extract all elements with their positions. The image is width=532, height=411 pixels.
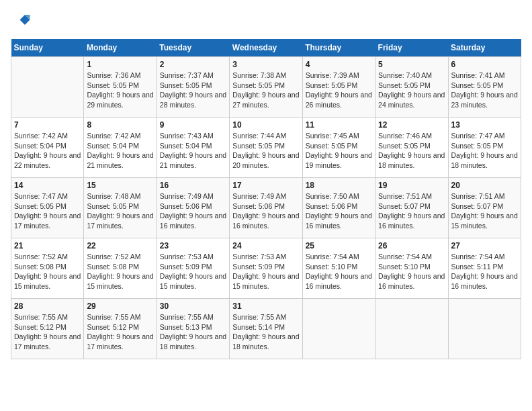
day-number: 25 [306, 241, 372, 250]
day-info: Sunrise: 7:42 AMSunset: 5:04 PMDaylight:… [87, 131, 153, 171]
week-row-4: 21Sunrise: 7:52 AMSunset: 5:08 PMDayligh… [11, 238, 521, 299]
calendar-cell [448, 299, 521, 359]
calendar-cell: 6Sunrise: 7:41 AMSunset: 5:05 PMDaylight… [448, 57, 521, 118]
day-number: 1 [87, 60, 153, 69]
day-number: 15 [87, 181, 153, 190]
header-day-monday: Monday [84, 39, 157, 57]
calendar-cell: 31Sunrise: 7:55 AMSunset: 5:14 PMDayligh… [230, 299, 302, 359]
day-number: 30 [160, 302, 226, 311]
day-info: Sunrise: 7:42 AMSunset: 5:04 PMDaylight:… [14, 131, 81, 171]
day-info: Sunrise: 7:47 AMSunset: 5:05 PMDaylight:… [14, 191, 81, 231]
day-number: 5 [378, 60, 445, 69]
header-day-sunday: Sunday [11, 39, 84, 57]
day-number: 20 [451, 181, 518, 190]
calendar-cell: 22Sunrise: 7:52 AMSunset: 5:08 PMDayligh… [84, 238, 157, 299]
logo [11, 11, 34, 31]
page-header [11, 11, 521, 31]
day-number: 29 [87, 302, 153, 311]
day-info: Sunrise: 7:55 AMSunset: 5:12 PMDaylight:… [14, 312, 81, 352]
calendar-cell: 5Sunrise: 7:40 AMSunset: 5:05 PMDaylight… [375, 57, 448, 118]
day-number: 31 [232, 302, 299, 311]
day-number: 18 [306, 181, 372, 190]
day-info: Sunrise: 7:51 AMSunset: 5:07 PMDaylight:… [451, 191, 518, 231]
day-info: Sunrise: 7:41 AMSunset: 5:05 PMDaylight:… [451, 71, 518, 110]
day-info: Sunrise: 7:52 AMSunset: 5:08 PMDaylight:… [14, 252, 81, 291]
calendar-cell: 18Sunrise: 7:50 AMSunset: 5:06 PMDayligh… [302, 178, 375, 238]
day-info: Sunrise: 7:43 AMSunset: 5:04 PMDaylight:… [160, 131, 226, 171]
week-row-2: 7Sunrise: 7:42 AMSunset: 5:04 PMDaylight… [11, 118, 521, 178]
day-info: Sunrise: 7:38 AMSunset: 5:05 PMDaylight:… [232, 71, 299, 110]
day-number: 22 [87, 241, 153, 250]
day-info: Sunrise: 7:50 AMSunset: 5:06 PMDaylight:… [306, 191, 372, 231]
calendar-cell: 30Sunrise: 7:55 AMSunset: 5:13 PMDayligh… [157, 299, 229, 359]
calendar-cell: 2Sunrise: 7:37 AMSunset: 5:05 PMDaylight… [157, 57, 229, 118]
day-number: 19 [378, 181, 445, 190]
calendar-cell: 4Sunrise: 7:39 AMSunset: 5:05 PMDaylight… [302, 57, 375, 118]
header-row: SundayMondayTuesdayWednesdayThursdayFrid… [11, 39, 521, 57]
day-number: 12 [378, 120, 445, 130]
calendar-cell: 16Sunrise: 7:49 AMSunset: 5:06 PMDayligh… [157, 178, 229, 238]
calendar-cell: 20Sunrise: 7:51 AMSunset: 5:07 PMDayligh… [448, 178, 521, 238]
calendar-cell: 29Sunrise: 7:55 AMSunset: 5:12 PMDayligh… [84, 299, 157, 359]
calendar-cell: 27Sunrise: 7:54 AMSunset: 5:11 PMDayligh… [448, 238, 521, 299]
day-number: 27 [451, 241, 518, 250]
day-info: Sunrise: 7:51 AMSunset: 5:07 PMDaylight:… [378, 191, 445, 231]
calendar-table: SundayMondayTuesdayWednesdayThursdayFrid… [11, 39, 521, 359]
calendar-cell: 19Sunrise: 7:51 AMSunset: 5:07 PMDayligh… [375, 178, 448, 238]
day-number: 23 [160, 241, 226, 250]
day-number: 3 [232, 60, 299, 69]
day-number: 21 [14, 241, 81, 250]
calendar-body: 1Sunrise: 7:36 AMSunset: 5:05 PMDaylight… [11, 57, 521, 359]
header-day-saturday: Saturday [448, 39, 521, 57]
day-number: 16 [160, 181, 226, 190]
day-info: Sunrise: 7:53 AMSunset: 5:09 PMDaylight:… [232, 252, 299, 291]
day-info: Sunrise: 7:52 AMSunset: 5:08 PMDaylight:… [87, 252, 153, 291]
day-info: Sunrise: 7:48 AMSunset: 5:05 PMDaylight:… [87, 191, 153, 231]
calendar-cell: 25Sunrise: 7:54 AMSunset: 5:10 PMDayligh… [302, 238, 375, 299]
day-info: Sunrise: 7:54 AMSunset: 5:11 PMDaylight:… [451, 252, 518, 291]
day-info: Sunrise: 7:54 AMSunset: 5:10 PMDaylight:… [378, 252, 445, 291]
calendar-cell: 21Sunrise: 7:52 AMSunset: 5:08 PMDayligh… [11, 238, 84, 299]
header-day-tuesday: Tuesday [157, 39, 229, 57]
week-row-1: 1Sunrise: 7:36 AMSunset: 5:05 PMDaylight… [11, 57, 521, 118]
day-info: Sunrise: 7:49 AMSunset: 5:06 PMDaylight:… [160, 191, 226, 231]
calendar-cell [11, 57, 84, 118]
day-number: 28 [14, 302, 81, 311]
day-number: 8 [87, 120, 153, 130]
day-number: 4 [306, 60, 372, 69]
day-info: Sunrise: 7:55 AMSunset: 5:12 PMDaylight:… [87, 312, 153, 352]
calendar-cell: 28Sunrise: 7:55 AMSunset: 5:12 PMDayligh… [11, 299, 84, 359]
calendar-cell: 10Sunrise: 7:44 AMSunset: 5:05 PMDayligh… [230, 118, 302, 178]
day-number: 14 [14, 181, 81, 190]
day-number: 13 [451, 120, 518, 130]
calendar-cell: 3Sunrise: 7:38 AMSunset: 5:05 PMDaylight… [230, 57, 302, 118]
header-day-thursday: Thursday [302, 39, 375, 57]
day-number: 24 [232, 241, 299, 250]
calendar-cell: 17Sunrise: 7:49 AMSunset: 5:06 PMDayligh… [230, 178, 302, 238]
calendar-cell [375, 299, 448, 359]
logo-icon [11, 11, 31, 31]
calendar-cell: 13Sunrise: 7:47 AMSunset: 5:05 PMDayligh… [448, 118, 521, 178]
calendar-cell: 23Sunrise: 7:53 AMSunset: 5:09 PMDayligh… [157, 238, 229, 299]
calendar-header: SundayMondayTuesdayWednesdayThursdayFrid… [11, 39, 521, 57]
week-row-5: 28Sunrise: 7:55 AMSunset: 5:12 PMDayligh… [11, 299, 521, 359]
day-number: 7 [14, 120, 81, 130]
header-day-wednesday: Wednesday [230, 39, 302, 57]
calendar-cell: 8Sunrise: 7:42 AMSunset: 5:04 PMDaylight… [84, 118, 157, 178]
day-number: 10 [232, 120, 299, 130]
day-number: 6 [451, 60, 518, 69]
day-number: 9 [160, 120, 226, 130]
day-info: Sunrise: 7:36 AMSunset: 5:05 PMDaylight:… [87, 71, 153, 110]
day-number: 17 [232, 181, 299, 190]
day-info: Sunrise: 7:49 AMSunset: 5:06 PMDaylight:… [232, 191, 299, 231]
day-info: Sunrise: 7:47 AMSunset: 5:05 PMDaylight:… [451, 131, 518, 171]
day-info: Sunrise: 7:55 AMSunset: 5:13 PMDaylight:… [160, 312, 226, 352]
calendar-cell: 9Sunrise: 7:43 AMSunset: 5:04 PMDaylight… [157, 118, 229, 178]
calendar-cell: 15Sunrise: 7:48 AMSunset: 5:05 PMDayligh… [84, 178, 157, 238]
day-number: 2 [160, 60, 226, 69]
header-day-friday: Friday [375, 39, 448, 57]
day-info: Sunrise: 7:37 AMSunset: 5:05 PMDaylight:… [160, 71, 226, 110]
calendar-cell: 11Sunrise: 7:45 AMSunset: 5:05 PMDayligh… [302, 118, 375, 178]
day-info: Sunrise: 7:45 AMSunset: 5:05 PMDaylight:… [306, 131, 372, 171]
week-row-3: 14Sunrise: 7:47 AMSunset: 5:05 PMDayligh… [11, 178, 521, 238]
